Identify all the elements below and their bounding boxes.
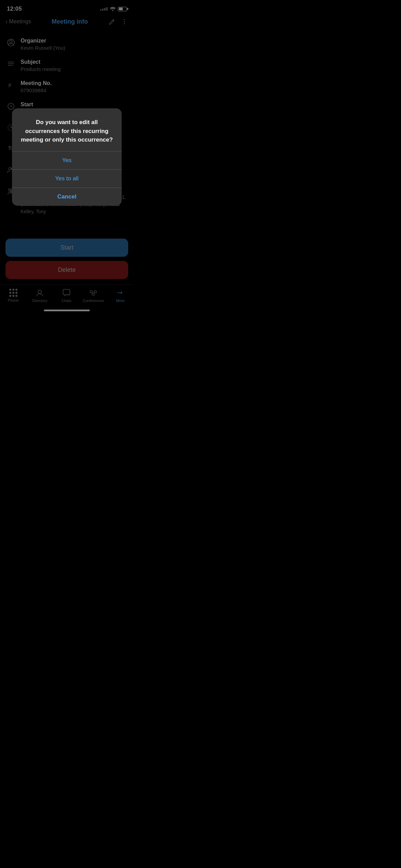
modal-message: Do you want to edit all occurrences for … bbox=[12, 108, 122, 151]
modal-cancel-button[interactable]: Cancel bbox=[12, 188, 122, 206]
modal-dialog: Do you want to edit all occurrences for … bbox=[12, 108, 122, 206]
modal-yes-button[interactable]: Yes bbox=[12, 152, 122, 169]
modal-yes-to-all-button[interactable]: Yes to all bbox=[12, 170, 122, 188]
modal-overlay: Do you want to edit all occurrences for … bbox=[0, 0, 134, 314]
